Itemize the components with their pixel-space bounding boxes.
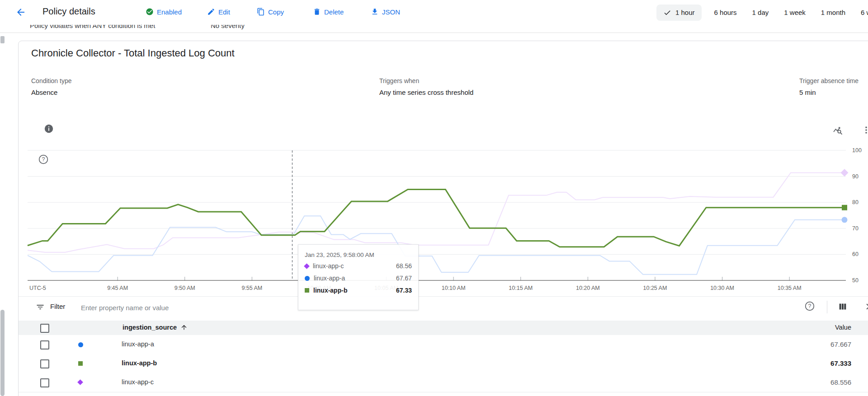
- tooltip-row-linux-app-c: linux-app-c68.56: [305, 262, 412, 270]
- explore-chart-icon[interactable]: [832, 125, 843, 136]
- meta-label: Triggers when: [379, 77, 473, 84]
- divider: [0, 33, 868, 33]
- timeseries-chart[interactable]: [28, 147, 846, 283]
- timezone-label: UTC-5: [29, 285, 46, 291]
- copy-icon: [257, 8, 265, 16]
- check-icon: [663, 9, 671, 17]
- json-button[interactable]: JSON: [371, 8, 400, 16]
- select-all-checkbox[interactable]: [40, 324, 49, 333]
- row-checkbox[interactable]: [40, 359, 49, 368]
- status-enabled-button[interactable]: Enabled: [146, 8, 182, 16]
- time-range-1-week[interactable]: 1 week: [781, 5, 808, 20]
- tooltip-series-value: 68.56: [396, 262, 412, 270]
- tooltip-series-name: linux-app-a: [314, 275, 345, 282]
- expand-panel-icon[interactable]: [862, 301, 868, 312]
- row-series-name: linux-app-c: [122, 378, 154, 386]
- series-line-linux-app-c: [28, 173, 846, 252]
- time-range-label: 1 day: [752, 9, 769, 16]
- filter-label: Filter: [50, 303, 65, 310]
- row-checkbox[interactable]: [40, 378, 49, 387]
- time-range-6-weeks[interactable]: 6 weeks: [858, 5, 868, 20]
- column-header-ingestion-source[interactable]: ingestion_source: [123, 324, 188, 331]
- tooltip-series-value: 67.67: [396, 275, 412, 282]
- x-tick-label: 10:30 AM: [710, 285, 734, 291]
- time-range-label: 1 week: [784, 9, 806, 16]
- page: Policy details Enabled Edit Copy Delete …: [0, 0, 868, 396]
- trash-icon: [313, 8, 321, 16]
- column-settings-icon[interactable]: [838, 302, 848, 312]
- scrollbar-segment[interactable]: [0, 36, 5, 43]
- x-tick-label: 9:50 AM: [175, 285, 195, 291]
- back-button[interactable]: [15, 7, 26, 18]
- table-help-icon[interactable]: ?: [804, 301, 815, 312]
- tooltip-row-linux-app-a: linux-app-a67.67: [305, 275, 412, 282]
- table-header: ingestion_source Value: [19, 321, 868, 335]
- x-tick-label: 10:15 AM: [509, 285, 533, 291]
- table-row-linux-app-a[interactable]: linux-app-a67.667: [19, 335, 868, 354]
- row-checkbox[interactable]: [40, 340, 49, 349]
- time-range-label: 1 hour: [675, 9, 695, 16]
- y-tick-label: 60: [852, 251, 859, 257]
- x-tick-label: 10:25 AM: [643, 285, 667, 291]
- check-circle-icon: [146, 8, 154, 16]
- series-line-linux-app-b: [28, 189, 846, 247]
- time-range-label: 6 weeks: [861, 9, 868, 16]
- download-icon: [371, 8, 379, 16]
- tooltip-series-value: 67.33: [396, 287, 412, 294]
- time-range-label: 1 month: [821, 9, 845, 16]
- meta-value: Any time series cross threshold: [379, 89, 473, 96]
- row-value: 67.333: [830, 359, 851, 367]
- table-row-linux-app-c[interactable]: linux-app-c68.556: [19, 373, 868, 392]
- x-tick-label: 9:45 AM: [107, 285, 128, 291]
- row-series-name: linux-app-a: [122, 340, 154, 348]
- series-end-marker-linux-app-b: [842, 205, 847, 210]
- edit-button[interactable]: Edit: [207, 8, 230, 16]
- time-range-1-hour[interactable]: 1 hour: [656, 5, 702, 21]
- row-series-name: linux-app-b: [122, 359, 157, 367]
- column-header-value[interactable]: Value: [835, 324, 851, 331]
- row-value: 68.556: [830, 378, 851, 386]
- time-range-label: 6 hours: [714, 9, 737, 16]
- y-tick-label: 100: [852, 147, 862, 154]
- filter-icon: [36, 303, 45, 313]
- copy-button[interactable]: Copy: [257, 8, 284, 16]
- filter-bar: Filter ?: [19, 296, 868, 317]
- y-tick-label: 70: [852, 225, 859, 232]
- tooltip-rows: linux-app-c68.56linux-app-a67.67linux-ap…: [305, 262, 412, 294]
- status-label: Enabled: [157, 8, 182, 16]
- time-range-6-hours[interactable]: 6 hours: [712, 5, 740, 20]
- circle-marker-icon: [78, 342, 83, 347]
- y-tick-label: 90: [852, 173, 859, 180]
- diamond-marker-icon: [304, 263, 310, 269]
- copy-label: Copy: [268, 8, 284, 16]
- meta-value: Absence: [31, 89, 72, 96]
- sort-ascending-icon[interactable]: [180, 324, 188, 331]
- delete-button[interactable]: Delete: [313, 8, 344, 16]
- chart-tooltip: Jan 23, 2025, 9:58:00 AM linux-app-c68.5…: [298, 244, 419, 310]
- meta-trigger-absence-time: Trigger absence time 5 min: [799, 77, 859, 96]
- time-range-1-day[interactable]: 1 day: [750, 5, 772, 20]
- table-row-linux-app-b[interactable]: linux-app-b67.333: [19, 354, 868, 373]
- meta-triggers-when: Triggers when Any time series cross thre…: [379, 77, 473, 96]
- x-tick-label: 10:20 AM: [576, 285, 600, 291]
- x-tick-label: 10:35 AM: [778, 285, 802, 291]
- more-options-icon[interactable]: [861, 125, 868, 135]
- series-end-marker-linux-app-a: [842, 217, 848, 223]
- scrollbar-thumb[interactable]: [0, 310, 5, 396]
- series-end-marker-linux-app-c: [841, 169, 849, 177]
- meta-value: 5 min: [799, 89, 859, 96]
- json-label: JSON: [382, 8, 400, 16]
- diamond-marker-icon: [77, 379, 83, 385]
- tooltip-series-name: linux-app-b: [313, 287, 347, 294]
- meta-condition-type: Condition type Absence: [31, 77, 72, 96]
- info-icon[interactable]: [44, 124, 54, 134]
- divider: [827, 301, 827, 313]
- tooltip-timestamp: Jan 23, 2025, 9:58:00 AM: [305, 252, 412, 258]
- square-marker-icon: [305, 288, 309, 293]
- filter-input[interactable]: [80, 300, 489, 315]
- chart-svg: [28, 147, 846, 283]
- edit-label: Edit: [218, 8, 230, 16]
- x-tick-label: 10:10 AM: [442, 285, 466, 291]
- condition-card: Chronicle Collector - Total Ingested Log…: [18, 41, 868, 396]
- time-range-1-month[interactable]: 1 month: [818, 5, 848, 20]
